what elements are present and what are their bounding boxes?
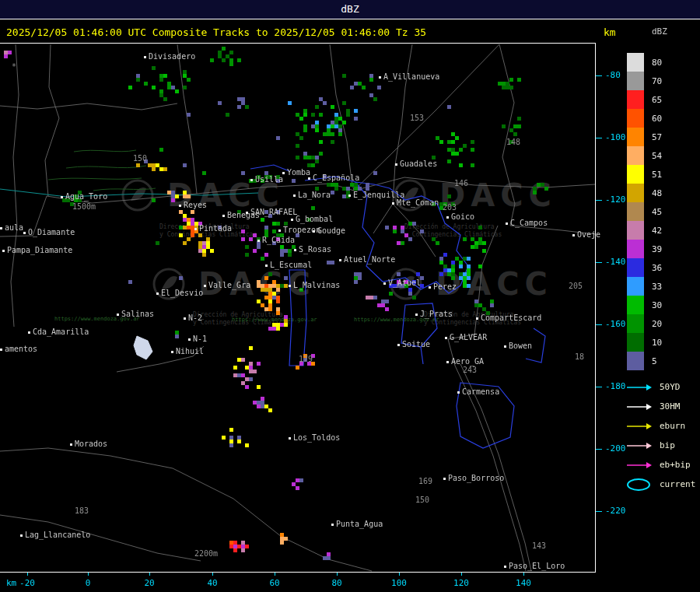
bottom-axis-tick bbox=[337, 573, 338, 576]
town-marker-dot bbox=[265, 264, 268, 267]
town-marker-dot bbox=[572, 234, 575, 236]
town-label: Pampa_Diamante bbox=[2, 247, 72, 254]
town-label: N-2 bbox=[184, 314, 202, 322]
town-label: Aero_GA bbox=[446, 358, 484, 366]
current-ellipse-icon bbox=[625, 478, 655, 492]
town-name: N-1 bbox=[193, 335, 207, 343]
color-swatch bbox=[627, 240, 644, 258]
map-number-label: 146 bbox=[454, 180, 468, 187]
colorbar-entry: 51 bbox=[627, 165, 662, 184]
right-axis-tick bbox=[596, 449, 602, 450]
legend-item-label: bip bbox=[660, 440, 675, 450]
map-number-label: 203 bbox=[443, 204, 457, 212]
town-name: Morados bbox=[75, 440, 107, 448]
town-name: O_Diamante bbox=[28, 228, 75, 236]
town-marker-dot bbox=[179, 205, 181, 207]
colorbar-entry: 80 bbox=[627, 53, 662, 72]
town-marker-dot bbox=[445, 337, 447, 339]
bip-arrow-icon bbox=[625, 441, 655, 450]
town-label: Paso_El_Loro bbox=[504, 562, 565, 570]
map-number-label: 143 bbox=[532, 542, 546, 550]
town-label: R_Caida bbox=[257, 236, 295, 244]
bottom-axis-label: 20 bbox=[144, 578, 154, 588]
town-marker-dot bbox=[339, 259, 341, 261]
town-name: aula bbox=[5, 223, 23, 232]
town-marker-dot bbox=[23, 232, 26, 234]
town-name: El_Desvio bbox=[161, 289, 203, 297]
town-label: S_Rosas bbox=[294, 246, 331, 254]
right-axis-tick bbox=[596, 75, 602, 76]
window-title: dBZ bbox=[0, 0, 700, 19]
legend-item-bip: bip bbox=[625, 436, 695, 455]
town-marker-dot bbox=[313, 230, 315, 233]
color-swatch bbox=[627, 277, 644, 296]
bottom-axis-tick bbox=[275, 573, 275, 576]
town-name: L_Malvinas bbox=[293, 281, 340, 289]
colorbar-entry: 65 bbox=[627, 90, 662, 109]
town-label: Reyes bbox=[179, 201, 207, 209]
town-name: CompartEscard bbox=[481, 314, 541, 322]
town-name: Pampa_Diamante bbox=[7, 246, 72, 254]
town-marker-dot bbox=[188, 338, 191, 341]
bottom-axis-label: 40 bbox=[207, 578, 217, 588]
bottom-axis-label: 80 bbox=[331, 578, 341, 588]
town-marker-dot bbox=[395, 163, 397, 166]
legend-item-eburn: eburn bbox=[625, 416, 695, 436]
colorbar-entry: 70 bbox=[627, 72, 662, 90]
colorbar-value: 70 bbox=[652, 76, 662, 86]
town-label: Atuel_Norte bbox=[339, 256, 395, 264]
color-swatch bbox=[627, 352, 644, 370]
town-label: Lag_Llancanelo bbox=[20, 531, 90, 539]
color-swatch bbox=[627, 72, 644, 90]
bottom-axis-label: 100 bbox=[391, 578, 407, 588]
colorbar-entry: 10 bbox=[627, 333, 662, 352]
town-label: Morados bbox=[70, 440, 107, 448]
town-marker-dot bbox=[70, 443, 72, 446]
eb+bip-arrow-icon bbox=[625, 461, 655, 470]
town-name: R_Caida bbox=[262, 236, 295, 244]
colorbar-entry: 33 bbox=[627, 277, 662, 296]
town-marker-dot bbox=[194, 228, 197, 230]
town-label: El_Desvio bbox=[156, 289, 203, 297]
town-marker-dot bbox=[250, 179, 253, 181]
right-axis-tick bbox=[596, 511, 602, 512]
colorbar-entry: 60 bbox=[627, 109, 662, 128]
eburn-arrow-icon bbox=[625, 422, 655, 431]
town-marker-dot bbox=[117, 314, 119, 316]
right-axis-tick bbox=[596, 138, 602, 138]
town-name: Reyes bbox=[184, 201, 207, 209]
town-label: aula bbox=[0, 224, 23, 232]
map-number-label: 243 bbox=[463, 366, 477, 374]
town-label: Cda_Amarilla bbox=[28, 328, 89, 336]
town-name: C_Campos bbox=[510, 219, 548, 227]
town-marker-dot bbox=[504, 345, 506, 348]
legend-item-current: current bbox=[625, 475, 695, 494]
town-name: Goudge bbox=[317, 226, 345, 235]
colorbar-value: 42 bbox=[652, 226, 662, 236]
colorbar-entry: 42 bbox=[627, 221, 662, 240]
30HM-arrow-icon bbox=[625, 402, 655, 412]
town-name: Paso_El_Loro bbox=[509, 562, 565, 570]
town-marker-dot bbox=[171, 351, 173, 353]
50YD-arrow-icon bbox=[625, 383, 655, 392]
town-label: Salinas bbox=[117, 310, 154, 318]
town-name: G_bombal bbox=[296, 215, 333, 223]
town-label: A_Villanueva bbox=[379, 73, 439, 81]
map-number-label: 153 bbox=[410, 114, 424, 122]
town-label: CompartEscard bbox=[476, 314, 541, 322]
color-swatch bbox=[627, 128, 644, 146]
town-marker-dot bbox=[293, 194, 296, 197]
map-number-label: 183 bbox=[75, 507, 89, 515]
town-label: Usilla bbox=[250, 176, 283, 184]
bottom-axis-tick bbox=[88, 573, 89, 576]
bottom-axis-tick bbox=[399, 573, 400, 576]
town-label: Carmensa bbox=[457, 388, 499, 396]
color-swatch bbox=[627, 53, 644, 72]
town-marker-dot bbox=[282, 172, 285, 174]
colorbar-value: 54 bbox=[652, 151, 662, 161]
town-marker-dot bbox=[222, 215, 225, 217]
town-marker-dot bbox=[0, 349, 2, 351]
bottom-axis-label: 60 bbox=[269, 578, 279, 588]
town-marker-dot bbox=[294, 249, 296, 251]
town-label: L_Escumal bbox=[265, 261, 312, 269]
